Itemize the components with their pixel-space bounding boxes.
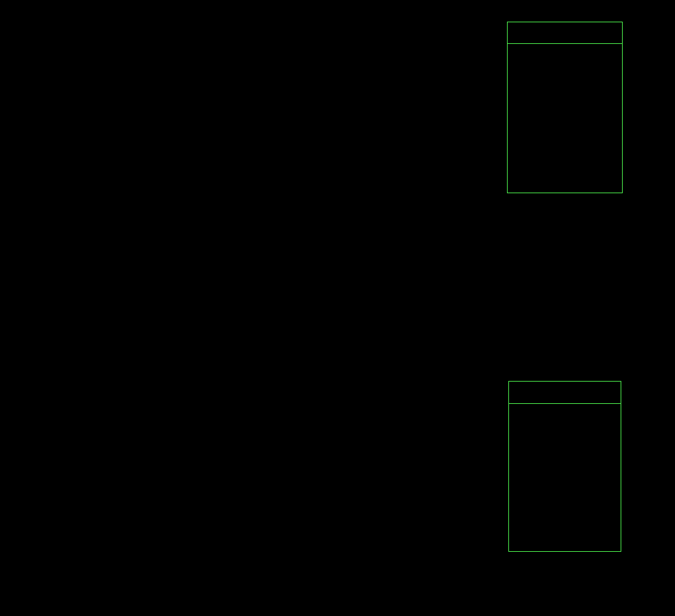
autoscala-header bbox=[508, 22, 622, 44]
autoscala-output-table bbox=[507, 22, 623, 193]
aip-output-table bbox=[508, 381, 621, 552]
aip-header bbox=[509, 382, 621, 404]
